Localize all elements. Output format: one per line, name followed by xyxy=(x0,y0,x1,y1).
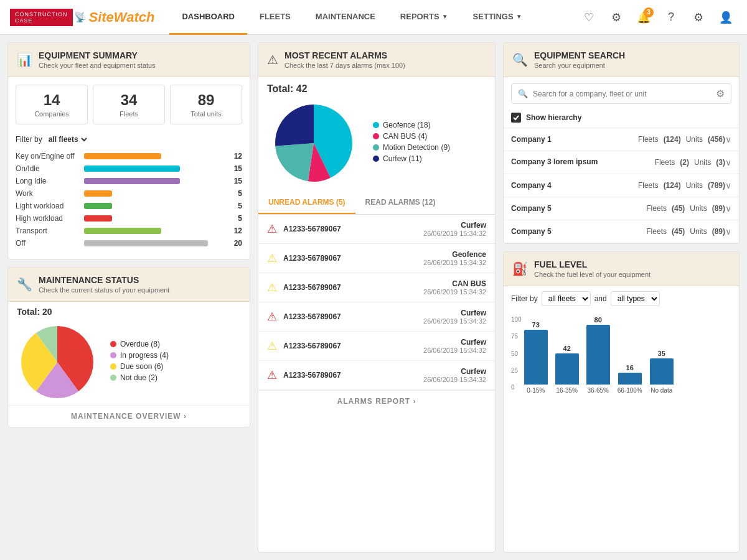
nav-maintenance[interactable]: MAINTENANCE xyxy=(303,0,388,35)
hierarchy-row: Show hierarchy xyxy=(504,110,739,128)
fuel-bar: 73 0-15% xyxy=(524,321,548,394)
company-item[interactable]: Company 1 Fleets (124) Units (456) ∨ xyxy=(504,128,739,151)
status-bars: Key on/Engine off 12 On/Idle 15 Long Idl… xyxy=(8,149,250,259)
fuel-subtitle: Check the fuel level of your equipment xyxy=(534,271,651,278)
company-item[interactable]: Company 5 Fleets (45) Units (89) ∨ xyxy=(504,197,739,220)
alarms-report-link[interactable]: ALARMS REPORT › xyxy=(258,390,495,412)
company-name: Company 5 xyxy=(511,204,646,213)
alarm-time: 26/06/2019 15:34:32 xyxy=(423,259,486,266)
fuel-fleets-select[interactable]: all fleets xyxy=(542,291,591,306)
equipment-icon: 📊 xyxy=(17,52,32,67)
equipment-search-subtitle: Search your equipment xyxy=(534,62,625,69)
legend-item: In progress (4) xyxy=(110,351,169,360)
fuel-panel: ⛽ FUEL LEVEL Check the fuel level of you… xyxy=(503,251,740,553)
filter-icon[interactable]: ⚙ xyxy=(716,88,725,100)
fuel-title: FUEL LEVEL xyxy=(534,259,651,269)
equipment-summary-title: EQUIPMENT SUMMARY xyxy=(39,50,156,60)
logo: CONSTRUCTION CASE 📡 SiteWatch xyxy=(10,9,154,26)
arrow-right-icon: › xyxy=(184,412,187,421)
alarms-total: Total: 42 xyxy=(258,77,495,97)
signal-icon: 📡 xyxy=(74,11,87,23)
status-row: Light workload 5 xyxy=(16,202,242,210)
alarm-item[interactable]: ⚠ A1233-56789067 Curfew 26/06/2019 15:34… xyxy=(258,361,495,390)
expand-icon[interactable]: ∨ xyxy=(725,226,731,236)
profile-button[interactable]: 👤 xyxy=(715,6,737,29)
alarm-icon: ⚠ xyxy=(267,52,278,67)
status-row: Key on/Engine off 12 xyxy=(16,152,242,161)
alarm-list: ⚠ A1233-56789067 Curfew 26/06/2019 15:34… xyxy=(258,215,495,390)
company-name: Company 3 lorem ipsum xyxy=(511,157,655,167)
equipment-search-title: EQUIPMENT SEARCH xyxy=(534,50,625,60)
equipment-summary-panel: 📊 EQUIPMENT SUMMARY Check your fleet and… xyxy=(7,42,250,259)
search-input[interactable] xyxy=(533,90,711,98)
alarm-severity-icon: ⚠ xyxy=(267,222,277,236)
company-name: Company 5 xyxy=(511,227,646,236)
alarm-severity-icon: ⚠ xyxy=(267,339,277,353)
alarms-panel: ⚠ MOST RECENT ALARMS Check the last 7 da… xyxy=(258,42,496,553)
nav-fleets[interactable]: FLEETS xyxy=(247,0,303,35)
fuel-bar: 35 No data xyxy=(650,350,674,394)
alarm-item[interactable]: ⚠ A1233-56789067 Geofence 26/06/2019 15:… xyxy=(258,244,495,273)
alarm-id: A1233-56789067 xyxy=(283,283,417,292)
nav-reports[interactable]: REPORTS ▼ xyxy=(388,0,461,35)
tab-read-alarms[interactable]: READ ALARMS (12) xyxy=(355,192,446,214)
favorites-button[interactable]: ♡ xyxy=(578,6,600,29)
status-row: Off 20 xyxy=(16,239,242,248)
nav-dashboard[interactable]: DASHBOARD xyxy=(169,0,247,35)
alarm-type: CAN BUS xyxy=(423,279,486,288)
company-item[interactable]: Company 4 Fleets (124) Units (789) ∨ xyxy=(504,174,739,197)
legend-item: Geofence (18) xyxy=(373,121,450,129)
notification-badge: 3 xyxy=(644,7,654,17)
expand-icon[interactable]: ∨ xyxy=(725,134,731,144)
alarm-time: 26/06/2019 15:34:32 xyxy=(423,230,486,237)
main-layout: 📊 EQUIPMENT SUMMARY Check your fleet and… xyxy=(0,35,747,560)
maintenance-overview-link[interactable]: MAINTENANCE OVERVIEW › xyxy=(8,405,250,427)
alarm-time: 26/06/2019 15:34:32 xyxy=(423,347,486,354)
fuel-icon: ⛽ xyxy=(512,261,528,276)
fuel-header: ⛽ FUEL LEVEL Check the fuel level of you… xyxy=(504,252,739,286)
settings-button[interactable]: ⚙ xyxy=(687,6,710,29)
alarm-severity-icon: ⚠ xyxy=(267,251,277,265)
company-item[interactable]: Company 5 Fleets (45) Units (89) ∨ xyxy=(504,220,739,243)
equipment-summary-subtitle: Check your fleet and equipment status xyxy=(39,62,156,69)
alarm-item[interactable]: ⚠ A1233-56789067 Curfew 26/06/2019 15:34… xyxy=(258,302,495,332)
maintenance-chart: Overdue (8)In progress (4)Due soon (6)No… xyxy=(8,319,250,405)
equipment-search-header: 🔍 EQUIPMENT SEARCH Search your equipment xyxy=(504,43,739,77)
maintenance-header: 🔧 MAINTENANCE STATUS Check the current s… xyxy=(8,268,250,302)
alarm-severity-icon: ⚠ xyxy=(267,368,277,382)
alarms-chart-area: Geofence (18)CAN BUS (4)Motion Detection… xyxy=(258,97,495,192)
notifications-button[interactable]: 🔔 3 xyxy=(632,6,655,29)
alarm-item[interactable]: ⚠ A1233-56789067 CAN BUS 26/06/2019 15:3… xyxy=(258,273,495,302)
nav-settings[interactable]: SETTINGS ▼ xyxy=(461,0,535,35)
search-icon: 🔍 xyxy=(518,89,528,98)
expand-icon[interactable]: ∨ xyxy=(725,180,731,190)
alarm-item[interactable]: ⚠ A1233-56789067 Curfew 26/06/2019 15:34… xyxy=(258,332,495,361)
alarm-type: Curfew xyxy=(423,221,486,230)
alarm-id: A1233-56789067 xyxy=(283,371,417,380)
expand-icon[interactable]: ∨ xyxy=(725,203,731,213)
company-item[interactable]: Company 3 lorem ipsum Fleets (2) Units (… xyxy=(504,151,739,174)
alarm-item[interactable]: ⚠ A1233-56789067 Curfew 26/06/2019 15:34… xyxy=(258,215,495,244)
expand-icon[interactable]: ∨ xyxy=(725,157,731,167)
status-row: Long Idle 15 xyxy=(16,177,242,185)
fuel-types-select[interactable]: all types xyxy=(611,291,660,306)
tab-unread-alarms[interactable]: UNREAD ALARMS (5) xyxy=(258,192,355,214)
maintenance-total: Total: 20 xyxy=(8,302,250,319)
legend-item: Not due (2) xyxy=(110,373,169,382)
legend-item: Curfew (11) xyxy=(373,154,450,163)
alarm-id: A1233-56789067 xyxy=(283,225,417,233)
status-row: Transport 12 xyxy=(16,226,242,235)
help-button[interactable]: ? xyxy=(660,6,682,29)
nav-icons: ♡ ⚙ 🔔 3 ? ⚙ 👤 xyxy=(578,6,737,29)
right-column: 🔍 EQUIPMENT SEARCH Search your equipment… xyxy=(503,42,740,553)
hierarchy-label: Show hierarchy xyxy=(526,113,581,122)
fleet-filter-select[interactable]: all fleets xyxy=(46,134,89,144)
legend-item: CAN BUS (4) xyxy=(373,132,450,141)
show-hierarchy-checkbox[interactable] xyxy=(511,113,521,123)
fuel-filter-row: Filter by all fleets and all types xyxy=(504,286,739,311)
maintenance-title: MAINTENANCE STATUS xyxy=(39,275,169,285)
nav-links: DASHBOARD FLEETS MAINTENANCE REPORTS ▼ S… xyxy=(169,0,578,35)
alarm-time: 26/06/2019 15:34:32 xyxy=(423,317,486,325)
filters-button[interactable]: ⚙ xyxy=(605,6,627,29)
total-units-stat: 89 Total units xyxy=(170,85,242,124)
